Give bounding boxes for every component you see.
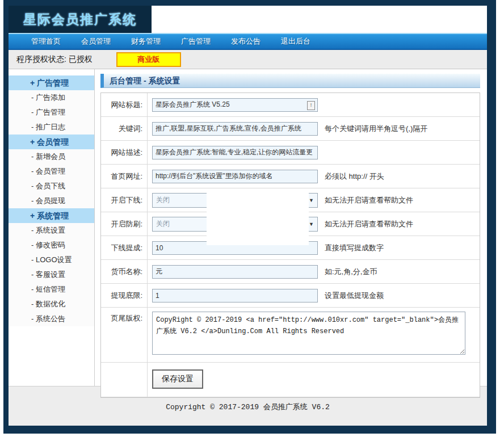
sidebar-item-member-add[interactable]: - 新增会员 — [9, 149, 94, 164]
sidebar-item-system-settings[interactable]: - 系统设置 — [9, 223, 94, 238]
input-addon-icon: ! — [307, 101, 315, 110]
page-title: 后台管理 - 系统设置 — [100, 74, 480, 88]
sidebar-item-data-optimize[interactable]: - 数据优化 — [9, 297, 94, 312]
settings-form: 网站标题: ! 关键词: 每个关键词请用半角逗号(,)隔开 — [100, 93, 480, 398]
keywords-input[interactable] — [152, 122, 318, 136]
sidebar-section-system[interactable]: + 系统管理 — [9, 208, 94, 223]
content: + 广告管理 - 广告添加 - 广告管理 - 推广日志 + 会员管理 - 新增会… — [9, 69, 487, 386]
currency-name-input[interactable] — [152, 265, 318, 279]
sidebar-item-service-settings[interactable]: - 客服设置 — [9, 267, 94, 282]
sidebar-item-ad-add[interactable]: - 广告添加 — [9, 90, 94, 105]
nav-item-members[interactable]: 会员管理 — [81, 36, 111, 47]
sidebar-item-member-manage[interactable]: - 会员管理 — [9, 164, 94, 179]
sidebar-item-member-withdraw[interactable]: - 会员提现 — [9, 194, 94, 208]
footer-copyright: Copyright © 2017-2019 会员推广系统 V6.2 — [166, 403, 330, 411]
sidebar-section-members[interactable]: + 会员管理 — [9, 135, 94, 149]
form-row-description: 网站描述: — [101, 141, 480, 165]
home-url-input[interactable] — [152, 170, 318, 183]
header: 星际会员推广系统 — [9, 6, 487, 33]
field-label: 网站标题: — [101, 93, 148, 116]
form-row-home-url: 首页网址: 必须以 http:// 开头 — [101, 165, 480, 188]
field-hint: 每个关键词请用半角逗号(,)隔开 — [325, 124, 427, 134]
field-label-empty — [101, 363, 148, 397]
site-description-input[interactable] — [152, 146, 318, 159]
field-hint: 设置最低提现金额 — [325, 291, 384, 301]
sidebar-item-member-downline[interactable]: - 会员下线 — [9, 179, 94, 194]
footer-copyright-textarea[interactable]: CopyRight © 2017-2019 <a href="http://ww… — [152, 312, 465, 355]
sidebar-item-change-password[interactable]: - 修改密码 — [9, 238, 94, 253]
form-row-footer-copyright: 页尾版权: CopyRight © 2017-2019 <a href="htt… — [101, 308, 480, 363]
chevron-down-icon: ▼ — [309, 198, 314, 203]
nav-item-ads[interactable]: 广告管理 — [181, 36, 211, 47]
field-label: 开启防刷: — [101, 212, 148, 236]
form-row-site-title: 网站标题: ! — [101, 93, 480, 117]
field-hint: 如无法开启请查看帮助文件 — [325, 219, 413, 229]
license-status-label: 程序授权状态: 已授权 — [16, 54, 93, 65]
sidebar-item-sms-manage[interactable]: - 短信管理 — [9, 282, 94, 297]
form-row-save: 保存设置 — [101, 363, 480, 397]
field-label: 货币名称: — [101, 260, 148, 283]
field-label: 页尾版权: — [101, 308, 148, 362]
form-row-currency: 货币名称: 如:元,角,分,金币 — [101, 260, 480, 284]
field-hint: 如:元,角,分,金币 — [325, 267, 377, 277]
nav-item-logout[interactable]: 退出后台 — [281, 36, 310, 47]
field-hint: 必须以 http:// 开头 — [325, 171, 384, 182]
page-inner: 星际会员推广系统 管理首页 会员管理 财务管理 广告管理 发布公告 退出后台 程… — [9, 6, 487, 426]
form-row-keywords: 关键词: 每个关键词请用半角逗号(,)隔开 — [101, 117, 480, 141]
top-nav: 管理首页 会员管理 财务管理 广告管理 发布公告 退出后台 — [9, 33, 487, 50]
sidebar-item-promo-log[interactable]: - 推广日志 — [9, 120, 94, 135]
chevron-down-icon: ▼ — [309, 221, 314, 227]
field-hint: 直接填写提成数字 — [325, 243, 384, 253]
sidebar-item-logo-settings[interactable]: - LOGO设置 — [9, 253, 94, 267]
field-hint: 如无法开启请查看帮助文件 — [325, 195, 413, 205]
field-label: 关键词: — [101, 117, 148, 140]
field-label: 网站描述: — [101, 141, 148, 164]
withdraw-minimum-input[interactable] — [152, 289, 318, 302]
sidebar: + 广告管理 - 广告添加 - 广告管理 - 推广日志 + 会员管理 - 新增会… — [9, 69, 95, 386]
status-bar: 程序授权状态: 已授权 商业版 — [9, 50, 487, 69]
censor-patch — [207, 190, 309, 245]
site-title-input[interactable] — [152, 98, 318, 112]
field-label: 提现底限: — [101, 284, 148, 307]
nav-item-admin-home[interactable]: 管理首页 — [31, 36, 61, 47]
field-label: 首页网址: — [101, 165, 148, 188]
sidebar-section-ads[interactable]: + 广告管理 — [9, 75, 94, 90]
sidebar-item-system-notice[interactable]: - 系统公告 — [9, 312, 94, 326]
logo-box: 星际会员推广系统 — [9, 6, 152, 33]
field-label: 开启下线: — [101, 188, 148, 212]
nav-item-announce[interactable]: 发布公告 — [231, 36, 261, 47]
select-value: 关闭 — [156, 195, 170, 205]
nav-item-finance[interactable]: 财务管理 — [131, 36, 161, 47]
page-frame: 星际会员推广系统 管理首页 会员管理 财务管理 广告管理 发布公告 退出后台 程… — [3, 0, 496, 434]
sidebar-item-ad-manage[interactable]: - 广告管理 — [9, 105, 94, 120]
select-value: 关闭 — [156, 219, 170, 229]
edition-badge[interactable]: 商业版 — [116, 52, 181, 67]
form-row-withdraw-min: 提现底限: 设置最低提现金额 — [101, 284, 480, 308]
field-label: 下线提成: — [101, 236, 148, 259]
app-logo: 星际会员推广系统 — [23, 11, 137, 28]
main-panel: 后台管理 - 系统设置 网站标题: ! 关键词: — [95, 69, 487, 386]
save-settings-button[interactable]: 保存设置 — [152, 369, 203, 389]
